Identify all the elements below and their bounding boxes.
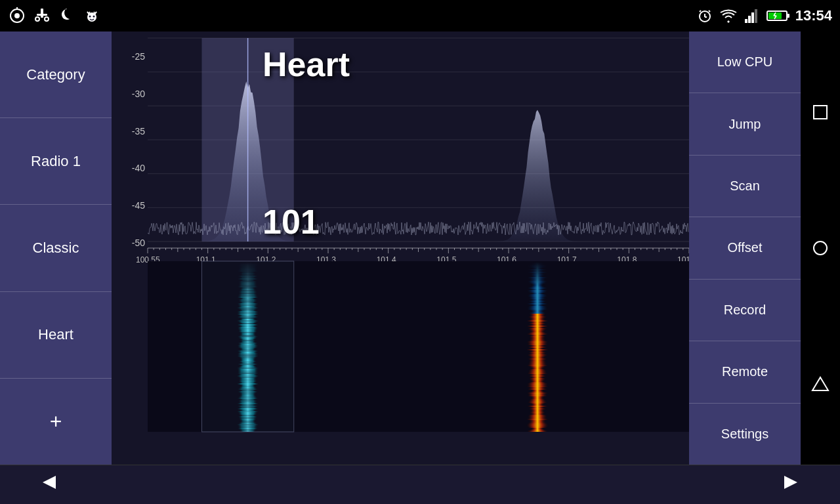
status-bar: 13:54 [0, 0, 840, 32]
usb-icon [33, 7, 51, 25]
low-cpu-button[interactable]: Low CPU [689, 32, 801, 93]
sidebar-item-classic[interactable]: Classic [0, 205, 112, 291]
moon-icon [58, 7, 76, 25]
wifi-icon [719, 7, 738, 25]
status-time: 13:54 [795, 7, 832, 24]
left-sidebar: Category Radio 1 Classic Heart + [0, 32, 112, 465]
forward-button[interactable] [768, 467, 814, 502]
jump-button[interactable]: Jump [689, 93, 801, 155]
alarm-icon [696, 7, 714, 25]
offset-button[interactable]: Offset [689, 217, 801, 279]
back-button[interactable] [26, 467, 72, 502]
svg-point-1 [14, 13, 20, 18]
svg-rect-17 [751, 12, 754, 23]
svg-rect-18 [755, 9, 757, 23]
settings-button[interactable]: Settings [689, 404, 801, 465]
radio-icon [8, 7, 26, 25]
center-content: -25 -30 -35 -40 -45 -50 Heart 101 [112, 32, 689, 465]
spectrum-canvas[interactable] [112, 32, 689, 465]
spectrum-display[interactable]: -25 -30 -35 -40 -45 -50 Heart 101 [112, 32, 689, 465]
svg-marker-29 [784, 476, 797, 489]
svg-rect-20 [787, 14, 789, 18]
svg-line-14 [709, 10, 710, 12]
status-icons-right: 13:54 [696, 7, 832, 25]
nav-bar [801, 32, 840, 465]
sidebar-item-heart[interactable]: Heart [0, 292, 112, 379]
svg-rect-16 [748, 16, 751, 23]
signal-icon [743, 7, 761, 25]
svg-point-9 [93, 16, 95, 18]
battery-icon [766, 7, 790, 25]
nav-triangle-icon[interactable] [808, 372, 832, 396]
devil-icon [83, 7, 101, 25]
svg-point-8 [89, 16, 91, 18]
nav-square-icon[interactable] [808, 100, 832, 124]
svg-rect-25 [814, 106, 827, 119]
sidebar-item-radio1[interactable]: Radio 1 [0, 118, 112, 205]
svg-line-13 [700, 10, 701, 12]
sidebar-item-add[interactable]: + [0, 379, 112, 465]
scan-button[interactable]: Scan [689, 156, 801, 217]
svg-marker-28 [43, 476, 56, 489]
record-button[interactable]: Record [689, 280, 801, 341]
svg-point-5 [35, 17, 39, 21]
sidebar-item-category[interactable]: Category [0, 32, 112, 118]
svg-point-6 [45, 17, 49, 21]
right-panel: Low CPU Jump Scan Offset Record Remote S… [689, 32, 801, 465]
svg-point-26 [814, 242, 827, 255]
svg-rect-4 [37, 14, 47, 16]
svg-marker-27 [812, 377, 828, 390]
nav-circle-icon[interactable] [808, 236, 832, 260]
svg-rect-15 [745, 19, 747, 23]
bottom-nav [0, 465, 840, 504]
svg-rect-3 [41, 9, 43, 18]
main-layout: Category Radio 1 Classic Heart + -25 -30… [0, 32, 840, 465]
status-icons-left [8, 7, 101, 25]
remote-button[interactable]: Remote [689, 341, 801, 403]
